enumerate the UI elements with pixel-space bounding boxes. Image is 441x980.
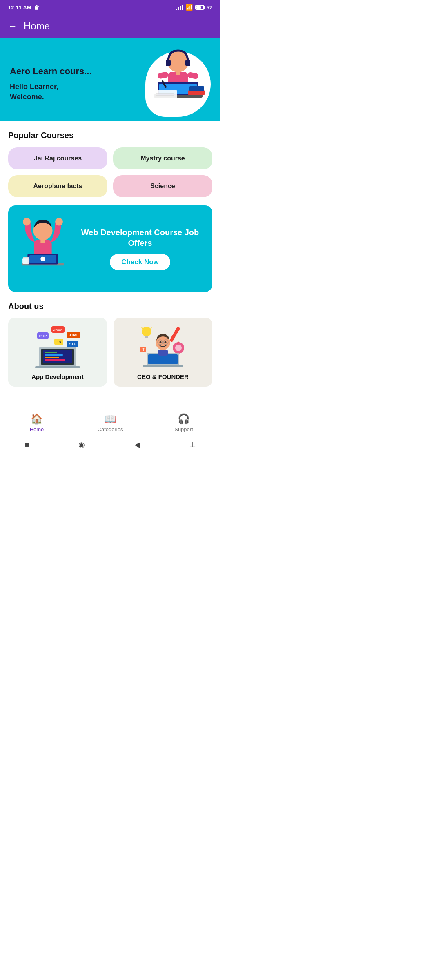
svg-rect-48: [145, 336, 148, 338]
svg-rect-30: [45, 352, 57, 353]
support-icon: 🎧: [178, 413, 190, 425]
nav-categories[interactable]: 📖 Categories: [94, 413, 127, 432]
page-title: Home: [24, 20, 50, 32]
system-nav: ■ ◉ ◀ ⊥: [0, 436, 220, 453]
nav-home[interactable]: 🏠 Home: [20, 413, 53, 432]
promo-title: Web Development Course Job Offers: [76, 227, 204, 248]
svg-point-19: [23, 218, 31, 226]
nav-support[interactable]: 🎧 Support: [167, 413, 200, 432]
signal-icon: [176, 4, 183, 10]
promo-figure: [16, 215, 69, 282]
svg-rect-59: [158, 350, 168, 356]
svg-rect-26: [23, 257, 29, 259]
wifi-icon: 📶: [186, 4, 193, 11]
about-us-title: About us: [8, 302, 212, 311]
promo-text: Web Development Course Job Offers Check …: [76, 227, 204, 270]
app-dev-label: App Development: [31, 373, 84, 380]
about-card-app-dev[interactable]: PHP JAVA HTML JS C++ App Development: [8, 318, 107, 387]
popular-courses-title: Popular Courses: [8, 131, 212, 140]
course-chip-science[interactable]: Science: [113, 175, 212, 197]
svg-text:T: T: [142, 347, 145, 352]
back-button[interactable]: ←: [8, 21, 17, 31]
svg-point-57: [160, 341, 162, 343]
hero-banner: Aero Learn cours... Hello Learner,Welcom…: [0, 38, 220, 121]
top-bar: ← Home: [0, 15, 220, 38]
svg-rect-34: [35, 366, 80, 368]
app-dev-image: PHP JAVA HTML JS C++: [33, 324, 82, 369]
svg-rect-32: [45, 357, 59, 358]
svg-text:HTML: HTML: [69, 333, 79, 337]
svg-line-49: [142, 327, 143, 329]
svg-rect-31: [45, 354, 63, 356]
time-display: 12:11 AM: [8, 4, 31, 11]
ceo-illustration: T: [138, 324, 187, 369]
hero-subtitle: Hello Learner,Welcome.: [10, 82, 129, 102]
svg-rect-11: [189, 86, 204, 91]
app-dev-illustration: PHP JAVA HTML JS C++: [33, 324, 82, 369]
svg-rect-6: [187, 72, 199, 79]
content-area: Popular Courses Jai Raj courses Mystry c…: [0, 121, 220, 409]
student-illustration: [145, 47, 211, 117]
course-chip-aeroplane[interactable]: Aeroplane facts: [8, 175, 107, 197]
svg-rect-45: [169, 327, 180, 343]
svg-rect-13: [153, 90, 177, 98]
svg-rect-1: [166, 60, 171, 66]
system-menu-button[interactable]: ⊥: [189, 440, 196, 449]
battery-icon: [195, 5, 204, 10]
ceo-image: T: [138, 324, 187, 369]
promo-illustration: [16, 215, 69, 281]
nav-support-label: Support: [174, 426, 193, 432]
battery-level: 57: [207, 4, 212, 11]
nav-home-label: Home: [30, 426, 44, 432]
svg-point-47: [142, 327, 151, 336]
svg-rect-4: [176, 71, 180, 75]
svg-rect-25: [22, 258, 29, 264]
trash-icon: 🗑: [34, 4, 39, 11]
about-card-ceo[interactable]: T CEO & FOUNDER: [114, 318, 212, 387]
svg-point-52: [175, 345, 182, 351]
course-chip-mystry[interactable]: Mystry course: [113, 147, 212, 169]
hero-text: Aero Learn cours... Hello Learner,Welcom…: [10, 66, 129, 102]
svg-rect-5: [157, 71, 169, 79]
svg-rect-55: [143, 365, 183, 367]
hero-image: [129, 47, 211, 121]
courses-grid: Jai Raj courses Mystry course Aeroplane …: [8, 147, 212, 197]
system-back-button[interactable]: ◀: [134, 440, 140, 449]
nav-categories-label: Categories: [98, 426, 123, 432]
svg-rect-18: [40, 239, 45, 243]
svg-rect-54: [148, 354, 178, 364]
home-icon: 🏠: [31, 413, 43, 425]
svg-text:JS: JS: [56, 340, 61, 344]
svg-text:JAVA: JAVA: [53, 328, 63, 332]
status-bar: 12:11 AM 🗑 📶 57: [0, 0, 220, 15]
status-right: 📶 57: [176, 4, 212, 11]
svg-point-20: [55, 218, 63, 226]
svg-point-58: [165, 341, 167, 343]
hero-title: Aero Learn cours...: [10, 66, 129, 77]
svg-rect-33: [45, 359, 65, 361]
about-cards: PHP JAVA HTML JS C++ App Development: [8, 318, 212, 387]
svg-text:C++: C++: [69, 342, 76, 346]
promo-banner: Web Development Course Job Offers Check …: [8, 205, 212, 292]
check-now-button[interactable]: Check Now: [110, 254, 170, 270]
svg-point-24: [40, 257, 45, 261]
status-left: 12:11 AM 🗑: [8, 4, 39, 11]
system-circle-button[interactable]: ◉: [78, 440, 85, 449]
svg-rect-2: [185, 60, 190, 66]
svg-text:PHP: PHP: [39, 334, 47, 338]
course-chip-jai-raj[interactable]: Jai Raj courses: [8, 147, 107, 169]
bottom-nav: 🏠 Home 📖 Categories 🎧 Support: [0, 409, 220, 436]
categories-icon: 📖: [104, 413, 116, 425]
system-square-button[interactable]: ■: [24, 441, 29, 449]
svg-line-50: [151, 327, 151, 329]
ceo-label: CEO & FOUNDER: [137, 373, 189, 380]
